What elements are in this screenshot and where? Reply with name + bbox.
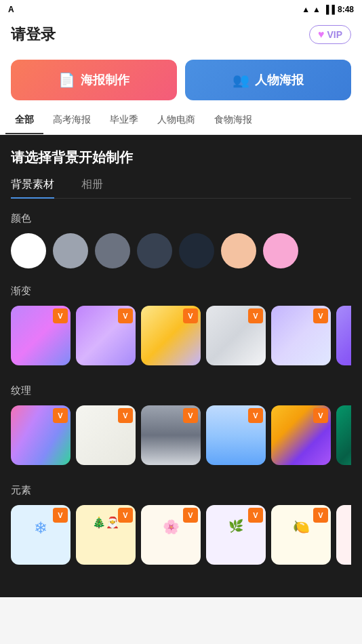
page-title: 请登录	[11, 24, 56, 45]
vip-button[interactable]: ♥ VIP	[309, 25, 351, 44]
color-section-label: 颜色	[11, 212, 351, 225]
battery-icon: ▐▐	[323, 5, 335, 14]
element-item-4[interactable]: 🌿 V	[206, 505, 266, 565]
vip-badge-5: V	[313, 308, 328, 323]
category-tabs: 全部 高考海报 毕业季 人物电商 食物海报	[0, 107, 362, 135]
texture-section-label: 纹理	[11, 384, 351, 397]
vip-heart-icon: ♥	[318, 28, 325, 41]
poster-icon: 📄	[58, 72, 75, 88]
tab-graduation[interactable]: 毕业季	[100, 107, 148, 134]
wifi-icon: ▲	[302, 5, 310, 14]
character-poster-button[interactable]: 👥 人物海报	[185, 60, 351, 100]
vip-badge-t3: V	[183, 408, 198, 423]
vip-badge-t5: V	[313, 408, 328, 423]
status-app-icon: A	[8, 5, 14, 14]
vip-badge-e2: V	[118, 508, 133, 523]
texture-item-3[interactable]: V	[141, 405, 201, 465]
poster-make-button[interactable]: 📄 海报制作	[11, 60, 177, 100]
element-section-label: 元素	[11, 484, 351, 497]
vip-label: VIP	[327, 29, 342, 40]
texture-row: V V V V V V	[11, 405, 351, 468]
poster-label: 海报制作	[81, 72, 129, 88]
tab-food[interactable]: 食物海报	[205, 107, 262, 134]
tab-album[interactable]: 相册	[81, 178, 103, 199]
color-pink[interactable]	[263, 233, 298, 268]
gradient-item-6[interactable]: V	[336, 306, 351, 365]
color-gray-mid[interactable]	[95, 233, 130, 268]
element-item-5[interactable]: 🍋 V	[271, 505, 331, 565]
gradient-item-5[interactable]: V	[271, 306, 331, 365]
texture-item-5[interactable]: V	[271, 405, 331, 465]
texture-item-2[interactable]: V	[76, 405, 136, 465]
texture-item-6[interactable]: V	[336, 405, 351, 465]
vip-badge-e5: V	[313, 508, 328, 523]
status-bar: A ▲ ▲ ▐▐ 8:48	[0, 0, 362, 19]
color-peach[interactable]	[221, 233, 256, 268]
vip-badge-t4: V	[248, 408, 263, 423]
vip-badge-2: V	[118, 308, 133, 323]
vip-badge-e3: V	[183, 508, 198, 523]
vip-badge-e1: V	[53, 508, 68, 523]
vip-badge-1: V	[53, 308, 68, 323]
color-white[interactable]	[11, 233, 46, 268]
gradient-item-2[interactable]: V	[76, 306, 136, 365]
action-buttons-container: 📄 海报制作 👥 人物海报	[0, 53, 362, 107]
tab-character[interactable]: 人物电商	[148, 107, 205, 134]
sub-tabs: 背景素材 相册	[11, 178, 351, 199]
tab-all[interactable]: 全部	[5, 107, 43, 134]
gradient-item-3[interactable]: V	[141, 306, 201, 365]
color-near-black[interactable]	[179, 233, 214, 268]
gradient-item-4[interactable]: V	[206, 306, 266, 365]
gradient-item-1[interactable]: V	[11, 306, 71, 365]
status-right-icons: ▲ ▲ ▐▐ 8:48	[302, 5, 354, 14]
character-icon: 👥	[233, 72, 249, 88]
header: 请登录 ♥ VIP	[0, 19, 362, 53]
tab-gaokao[interactable]: 高考海报	[43, 107, 100, 134]
texture-item-4[interactable]: V	[206, 405, 266, 465]
element-item-3[interactable]: 🌸 V	[141, 505, 201, 565]
gradient-section-label: 渐变	[11, 285, 351, 298]
element-row: ❄ V 🎄🎅 V 🌸 V 🌿 V 🍋 V 🐟 V	[11, 505, 351, 567]
bg-card-title: 请选择背景开始制作	[11, 148, 351, 167]
background-card: 请选择背景开始制作 背景素材 相册 颜色 渐变 V V V V V V	[0, 135, 362, 597]
gradient-row: V V V V V V	[11, 306, 351, 368]
vip-badge-e4: V	[248, 508, 263, 523]
fish-decoration: 🐟	[336, 505, 351, 534]
vip-badge-t2: V	[118, 408, 133, 423]
signal-icon: ▲	[313, 5, 321, 14]
vip-badge-4: V	[248, 308, 263, 323]
color-gray-dark[interactable]	[137, 233, 172, 268]
color-row	[11, 233, 351, 271]
texture-item-1[interactable]: V	[11, 405, 71, 465]
element-item-2[interactable]: 🎄🎅 V	[76, 505, 136, 565]
color-gray-light[interactable]	[53, 233, 88, 268]
vip-badge-t1: V	[53, 408, 68, 423]
element-item-1[interactable]: ❄ V	[11, 505, 71, 565]
tab-bg-material[interactable]: 背景素材	[11, 178, 54, 199]
time-display: 8:48	[338, 5, 354, 14]
character-label: 人物海报	[255, 72, 304, 88]
vip-badge-3: V	[183, 308, 198, 323]
element-item-6[interactable]: 🐟 V	[336, 505, 351, 565]
